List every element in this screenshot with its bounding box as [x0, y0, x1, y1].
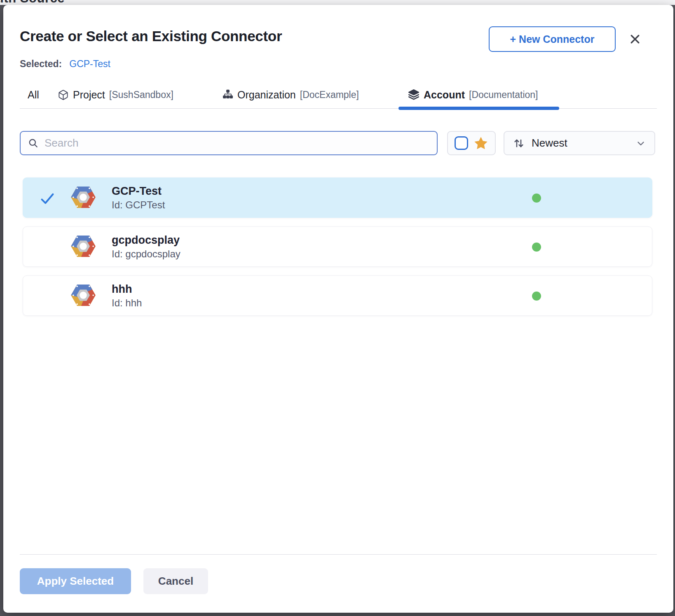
status-dot: [532, 194, 541, 203]
footer-divider: [20, 554, 657, 555]
scope-tabbar: All Project [SushSandbox]: [20, 81, 657, 109]
tab-project-scope: [SushSandbox]: [109, 89, 173, 100]
connector-select-modal: Create or Select an Existing Connector +…: [3, 5, 673, 613]
sort-selected-value: Newest: [532, 137, 629, 149]
page-title: Create or Select an Existing Connector: [20, 28, 282, 44]
connector-id: Id: hhh: [112, 296, 142, 310]
favorites-checkbox[interactable]: [455, 136, 468, 150]
search-input[interactable]: [45, 137, 429, 149]
apply-selected-button[interactable]: Apply Selected: [20, 568, 131, 594]
tab-account-scope: [Documentation]: [469, 89, 538, 100]
tab-account[interactable]: Account [Documentation]: [408, 81, 538, 109]
cube-icon: [58, 89, 69, 100]
status-dot: [532, 243, 541, 252]
favorites-filter[interactable]: [447, 131, 496, 155]
search-box: [20, 131, 438, 155]
connector-row-gcpdocsplay[interactable]: gcpdocsplay Id: gcpdocsplay: [23, 226, 652, 267]
tab-account-label: Account: [424, 89, 465, 101]
backdrop-page-title-fragment: Health Source: [0, 0, 65, 5]
connector-name: GCP-Test: [112, 184, 165, 198]
new-connector-button[interactable]: + New Connector: [489, 26, 616, 52]
close-icon: [629, 33, 641, 45]
connector-id: Id: GCPTest: [112, 198, 165, 212]
connector-info: hhh Id: hhh: [112, 282, 142, 310]
connector-row-gcp-test[interactable]: GCP-Test Id: GCPTest: [23, 177, 652, 218]
connector-row-hhh[interactable]: hhh Id: hhh: [23, 275, 652, 316]
cancel-button[interactable]: Cancel: [143, 568, 208, 594]
org-chart-icon: [223, 89, 233, 100]
tab-all-label: All: [28, 89, 39, 101]
tab-organization-scope: [DocExample]: [300, 89, 359, 100]
connector-id: Id: gcpdocsplay: [112, 247, 180, 261]
check-icon: [40, 191, 55, 208]
layers-icon: [408, 89, 420, 100]
sort-dropdown[interactable]: Newest: [504, 131, 655, 155]
tab-project-label: Project: [73, 89, 105, 101]
star-icon: [473, 135, 489, 151]
active-tab-underline: [398, 107, 559, 110]
connector-info: gcpdocsplay Id: gcpdocsplay: [112, 233, 180, 261]
tab-all[interactable]: All: [28, 81, 39, 109]
selected-line: Selected:GCP-Test: [20, 58, 110, 70]
tab-organization[interactable]: Organization [DocExample]: [223, 81, 359, 109]
chevron-down-icon: [635, 138, 646, 149]
connector-info: GCP-Test Id: GCPTest: [112, 184, 165, 212]
backdrop-page-strip: Health Source: [0, 0, 675, 5]
status-dot: [532, 292, 541, 301]
gcp-logo-icon: [70, 186, 96, 210]
selected-label: Selected:: [20, 58, 62, 69]
connector-name: hhh: [112, 282, 142, 296]
sort-arrows-icon: [513, 137, 525, 149]
selected-connector-link[interactable]: GCP-Test: [69, 58, 110, 69]
connector-name: gcpdocsplay: [112, 233, 180, 247]
close-button[interactable]: [626, 30, 645, 49]
search-icon: [28, 138, 39, 149]
tab-project[interactable]: Project [SushSandbox]: [58, 81, 173, 109]
tab-organization-label: Organization: [237, 89, 296, 101]
gcp-logo-icon: [70, 235, 96, 259]
gcp-logo-icon: [70, 284, 96, 308]
